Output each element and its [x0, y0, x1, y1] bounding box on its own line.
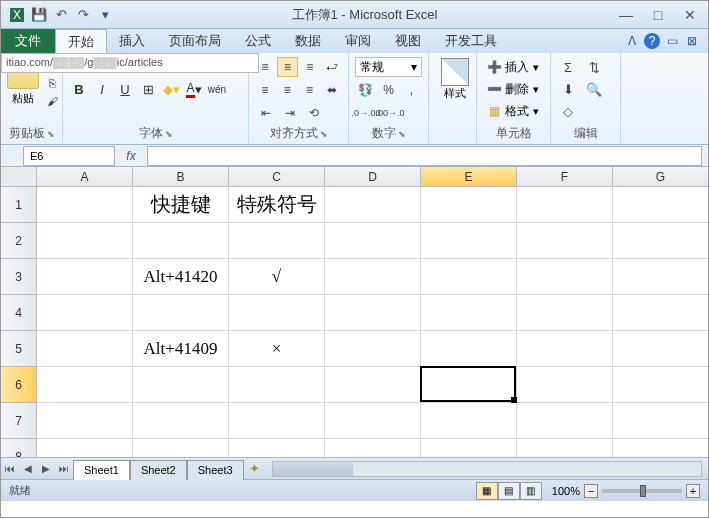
align-bottom-icon[interactable]: ≡	[300, 57, 320, 77]
help-icon[interactable]: ?	[644, 33, 660, 49]
cell[interactable]	[517, 223, 613, 259]
cell[interactable]	[517, 259, 613, 295]
font-dialog-icon[interactable]: ⬊	[165, 129, 173, 139]
redo-icon[interactable]: ↷	[73, 5, 93, 25]
cell[interactable]	[229, 223, 325, 259]
underline-button[interactable]: U	[115, 79, 135, 99]
cell[interactable]	[613, 403, 708, 439]
row-header[interactable]: 7	[1, 403, 37, 439]
cell[interactable]	[517, 439, 613, 457]
select-all-button[interactable]	[1, 167, 37, 187]
cell[interactable]	[133, 439, 229, 457]
cell[interactable]	[613, 331, 708, 367]
cell[interactable]	[421, 439, 517, 457]
column-header[interactable]: B	[133, 167, 229, 187]
styles-button[interactable]: 样式	[435, 57, 475, 101]
normal-view-icon[interactable]: ▦	[476, 482, 498, 500]
tab-layout[interactable]: 页面布局	[157, 29, 233, 53]
decrease-decimal-icon[interactable]: .00→.0	[379, 103, 401, 123]
cell[interactable]	[421, 295, 517, 331]
autosum-icon[interactable]: Σ	[557, 57, 579, 77]
cell[interactable]	[133, 367, 229, 403]
decrease-indent-icon[interactable]: ⇤	[255, 103, 277, 123]
align-left-icon[interactable]: ≡	[255, 80, 275, 100]
tab-view[interactable]: 视图	[383, 29, 433, 53]
bold-button[interactable]: B	[69, 79, 89, 99]
cell[interactable]	[421, 367, 517, 403]
tab-review[interactable]: 审阅	[333, 29, 383, 53]
sheet-nav-next-icon[interactable]: ▶	[37, 460, 55, 478]
phonetic-button[interactable]: wén	[207, 79, 227, 99]
italic-button[interactable]: I	[92, 79, 112, 99]
zoom-in-button[interactable]: +	[686, 484, 700, 498]
align-middle-icon[interactable]: ≡	[277, 57, 297, 77]
tab-file[interactable]: 文件	[1, 29, 55, 53]
cell[interactable]	[325, 223, 421, 259]
row-header[interactable]: 2	[1, 223, 37, 259]
cell[interactable]	[37, 367, 133, 403]
cell[interactable]	[37, 403, 133, 439]
cell[interactable]	[133, 223, 229, 259]
cell[interactable]	[421, 331, 517, 367]
row-header[interactable]: 4	[1, 295, 37, 331]
fx-icon[interactable]: fx	[121, 146, 141, 166]
sheet-tab[interactable]: Sheet1	[73, 460, 130, 480]
row-header[interactable]: 8	[1, 439, 37, 457]
sort-filter-icon[interactable]: ⇅	[583, 57, 605, 77]
cell[interactable]: Alt+41420	[133, 259, 229, 295]
currency-icon[interactable]: 💱	[355, 80, 376, 100]
cell[interactable]	[613, 259, 708, 295]
cell[interactable]	[229, 403, 325, 439]
cell[interactable]	[325, 295, 421, 331]
cell[interactable]	[517, 187, 613, 223]
cell[interactable]	[133, 295, 229, 331]
worksheet-grid[interactable]: ABCDEFG 12345678 快捷键特殊符号Alt+41420√Alt+41…	[1, 167, 708, 457]
format-cells-button[interactable]: ▦格式▾	[483, 101, 544, 121]
excel-icon[interactable]: X	[7, 5, 27, 25]
cell[interactable]: 快捷键	[133, 187, 229, 223]
cell[interactable]	[517, 367, 613, 403]
increase-indent-icon[interactable]: ⇥	[279, 103, 301, 123]
cell[interactable]	[517, 295, 613, 331]
cell[interactable]	[325, 403, 421, 439]
cell[interactable]	[37, 295, 133, 331]
sheet-nav-prev-icon[interactable]: ◀	[19, 460, 37, 478]
percent-icon[interactable]: %	[378, 80, 399, 100]
name-box[interactable]: E6	[23, 146, 115, 166]
cell[interactable]	[37, 439, 133, 457]
tab-formula[interactable]: 公式	[233, 29, 283, 53]
qat-dropdown-icon[interactable]: ▾	[95, 5, 115, 25]
fill-color-button[interactable]: ◆▾	[161, 79, 181, 99]
cell[interactable]	[325, 187, 421, 223]
cell[interactable]	[421, 259, 517, 295]
paste-label[interactable]: 粘贴	[12, 91, 34, 106]
cell[interactable]	[613, 439, 708, 457]
horizontal-scrollbar[interactable]	[272, 461, 702, 477]
number-dialog-icon[interactable]: ⬊	[398, 129, 406, 139]
sheet-nav-first-icon[interactable]: ⏮	[1, 460, 19, 478]
font-color-button[interactable]: A▾	[184, 79, 204, 99]
cell[interactable]	[613, 187, 708, 223]
sheet-nav-last-icon[interactable]: ⏭	[55, 460, 73, 478]
orientation-icon[interactable]: ⟲	[303, 103, 325, 123]
tab-home[interactable]: 开始	[55, 29, 107, 53]
maximize-button[interactable]: □	[646, 5, 670, 25]
cell[interactable]	[325, 367, 421, 403]
cell[interactable]	[37, 259, 133, 295]
close-button[interactable]: ✕	[678, 5, 702, 25]
format-painter-icon[interactable]: 🖌	[43, 93, 61, 109]
sheet-tab[interactable]: Sheet2	[130, 460, 187, 480]
row-header[interactable]: 1	[1, 187, 37, 223]
zoom-out-button[interactable]: −	[584, 484, 598, 498]
page-layout-view-icon[interactable]: ▤	[498, 482, 520, 500]
column-header[interactable]: C	[229, 167, 325, 187]
new-sheet-icon[interactable]: ✦	[244, 460, 266, 478]
comma-icon[interactable]: ,	[401, 80, 422, 100]
align-right-icon[interactable]: ≡	[300, 80, 320, 100]
tab-insert[interactable]: 插入	[107, 29, 157, 53]
cell[interactable]	[229, 367, 325, 403]
increase-decimal-icon[interactable]: .0→.00	[355, 103, 377, 123]
cell[interactable]	[421, 403, 517, 439]
insert-cells-button[interactable]: ➕插入▾	[483, 57, 544, 77]
cell[interactable]	[517, 331, 613, 367]
